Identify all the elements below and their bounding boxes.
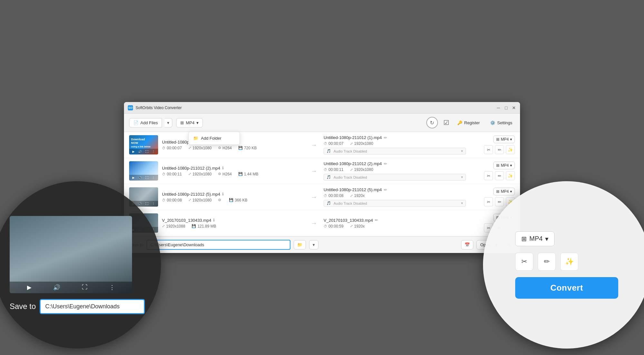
output-format-select[interactable]: ⊞ MP4 ▾ [493,135,515,143]
add-folder-item[interactable]: 📁 Add Folder [189,133,240,143]
output-format-select[interactable]: ⊞ MP4 ▾ [493,162,515,169]
cut-button[interactable]: ✂ [484,197,493,206]
save-path-input[interactable] [147,240,290,250]
clock-icon: ⏱ [162,172,166,176]
output-duration: 00:00:11 [328,167,344,172]
out-resize-icon: ⤢ [350,168,353,172]
zoom-cut-button[interactable]: ✂ [515,253,533,271]
fullscreen-icon[interactable]: ⛶ [146,150,148,153]
cut-button[interactable]: ✂ [484,171,493,180]
zoom-edit-button[interactable]: ✏ [538,253,556,271]
out-clock-icon: ⏱ [324,168,327,172]
zoom-format-button[interactable]: ⊞ MP4 ▾ [515,231,554,246]
out-clock-icon: ⏱ [324,194,327,198]
convert-button[interactable]: Convert [515,277,618,299]
info-icon[interactable]: ℹ [222,192,224,196]
folder-browse-button[interactable]: 📁 [294,240,306,249]
edit-button[interactable]: ✏ [495,145,504,154]
output-duration: 00:00:08 [328,193,344,198]
hdd-icon: 💾 [229,198,233,202]
output-format-select[interactable]: ⊞ MP4 ▾ [493,188,515,195]
dropdown-menu: 📁 Add Folder [188,132,240,145]
edit-name-icon[interactable]: ✏ [384,162,387,166]
fullscreen-icon[interactable]: ⛶ [146,176,148,179]
add-folder-label: Add Folder [201,136,222,141]
zoom-left-content: ▶ 🔊 ⛶ ⋮ Save to [3,210,151,321]
format-chevron-icon: ▾ [196,120,199,125]
register-button[interactable]: 🔑 Register [455,119,482,126]
zoom-format-chevron-icon: ▾ [545,235,548,243]
fullscreen-icon[interactable]: ⛶ [146,202,148,205]
file-input-meta: Untitled-1080p-211012 (5).mp4 ℹ ⏱ 00:00:… [162,192,304,202]
zoom-more-icon[interactable]: ⋮ [109,284,115,291]
settings-icon: ⚙️ [490,120,495,125]
file-input-meta: Untitled-1080p-211012 (2).mp4 ℹ ⏱ 00:00:… [162,166,304,176]
check-icon: ☑ [443,119,449,126]
resize-icon: ⤢ [188,198,191,202]
edit-name-icon[interactable]: ✏ [384,188,387,192]
zoom-thumbnail: ▶ 🔊 ⛶ ⋮ [10,216,132,293]
add-files-button[interactable]: 📄 Add Files [129,118,162,127]
arrow-right-icon: → [308,167,320,175]
zoom-enhance-button[interactable]: ✨ [560,253,578,271]
settings-button[interactable]: ⚙️ Settings [488,119,515,126]
app-icon: SO [128,105,133,110]
settings-label: Settings [497,120,512,125]
zoom-save-row: Save to [10,299,145,314]
format-grid-icon: ⊞ [180,120,184,125]
dropdown-toggle-button[interactable]: ▾ [309,240,318,249]
info-icon[interactable]: ℹ [213,218,215,222]
zoom-save-path-input[interactable] [40,299,145,314]
more-icon[interactable]: ⋮ [152,202,155,205]
calendar-button[interactable]: 📅 [461,240,473,249]
refresh-button[interactable]: ↻ [426,117,438,128]
edit-name-icon[interactable]: ✏ [384,135,387,140]
more-icon[interactable]: ⋮ [152,176,155,179]
edit-name-icon[interactable]: ✏ [375,218,378,222]
more-icon[interactable]: ⋮ [152,150,155,153]
volume-icon[interactable]: 🔊 [138,176,142,179]
audio-track-dropdown[interactable]: 🎵 Audio Track Disabled ▾ [324,174,466,181]
enhance-button[interactable]: ✨ [506,145,515,154]
file-resolution: 1920x1080 [193,172,212,176]
format-dropdown-chevron: ▾ [510,189,512,194]
hdd-icon: 💾 [238,146,243,150]
toolbar-right: 🔑 Register ⚙️ Settings [455,119,515,126]
table-row: ▶ 🔊 ⛶ ⋮ V_20170103_130433.mp4 ℹ ⤢ 1920x1… [124,210,520,236]
enhance-button[interactable]: ✨ [506,171,515,180]
close-button[interactable]: ✕ [512,106,516,110]
maximize-button[interactable]: □ [504,106,508,110]
play-icon[interactable]: ▶ [132,150,135,153]
minimize-button[interactable]: ─ [496,106,501,110]
file-resolution: 1920x1080 [193,146,212,150]
play-icon[interactable]: ▶ [132,176,135,179]
hdd-icon: 💾 [192,224,196,228]
audio-track-dropdown[interactable]: 🎵 Audio Track Disabled ▾ [324,200,466,207]
calendar-icon: 📅 [465,242,470,247]
zoom-play-icon[interactable]: ▶ [27,284,32,291]
format-selector-button[interactable]: ⊞ MP4 ▾ [176,118,203,127]
format-grid-icon: ⊞ [496,163,499,168]
zoom-volume-icon[interactable]: 🔊 [53,284,60,291]
output-file-name: V_20170103_130433.mp4 [324,218,373,223]
add-files-dropdown-button[interactable]: ▾ [165,118,172,127]
volume-icon[interactable]: 🔊 [138,202,142,205]
audio-track-dropdown[interactable]: 🎵 Audio Track Disabled ▾ [324,148,466,154]
volume-icon[interactable]: 🔊 [138,150,142,153]
add-files-label: Add Files [140,120,158,125]
file-list: DownloadNOWusing a link below ▶ 🔊 ⛶ ⋮ Un… [124,132,520,236]
audio-icon: 🎵 [327,201,331,205]
file-size: 366 KB [235,198,247,202]
arrow-right-icon: → [308,193,320,201]
output-controls: ⊞ MP4 ▾ ✂ ✏ ✨ [470,188,515,206]
output-resolution: 1920x [354,193,365,198]
zoom-fullscreen-icon[interactable]: ⛶ [82,284,88,291]
edit-button[interactable]: ✏ [495,197,504,206]
info-icon[interactable]: ℹ [222,166,224,170]
file-name: V_20170103_130433.mp4 [162,218,211,223]
checklist-button[interactable]: ☑ [440,117,452,128]
edit-button[interactable]: ✏ [495,171,504,180]
output-format-label: MP4 [501,189,509,194]
clock-icon: ⏱ [162,146,166,150]
cut-button[interactable]: ✂ [484,145,493,154]
